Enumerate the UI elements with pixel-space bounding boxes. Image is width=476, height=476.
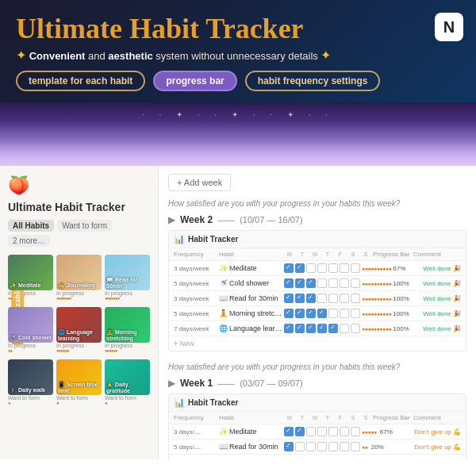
checkbox[interactable] xyxy=(351,278,360,288)
checkbox[interactable] xyxy=(306,294,316,303)
checkbox[interactable] xyxy=(284,324,294,333)
week-2-col-headers: Frequency Habit M T W T F S S Progress B… xyxy=(169,248,466,261)
checkbox[interactable] xyxy=(351,263,360,273)
list-item[interactable]: ✍ Journaling In progress●●●●●●● xyxy=(56,255,102,304)
add-habit-row-week2[interactable]: + New xyxy=(169,336,466,351)
checkbox[interactable] xyxy=(340,294,349,303)
week-2-expand-icon[interactable]: ▶ xyxy=(168,214,175,225)
table-row: 5 days/week 🚿Cold shower ●●●●●●●●●●100% … xyxy=(169,276,466,291)
checkbox[interactable] xyxy=(340,263,349,273)
checkbox[interactable] xyxy=(306,309,316,318)
tag-template: template for each habit xyxy=(16,71,145,91)
checkbox[interactable] xyxy=(317,427,327,436)
checkbox[interactable] xyxy=(284,278,294,288)
checkbox[interactable] xyxy=(317,294,327,303)
checkbox[interactable] xyxy=(351,294,360,303)
week-1-header: ▶ Week 1 —— (03/07 — 09/07) xyxy=(168,378,466,389)
add-week-button[interactable]: + Add week xyxy=(168,174,231,191)
right-panel: + Add week How satisfied are you with yo… xyxy=(159,166,476,459)
checkbox[interactable] xyxy=(284,427,294,436)
hero-overlay xyxy=(0,142,476,166)
hero-stars-decoration: · · ✦ · · ✦ · · ✦ · · xyxy=(142,110,334,119)
tracker-title-w1: Habit Tracker xyxy=(188,398,238,407)
list-item[interactable]: 🚶 Daily walk Want to form● xyxy=(8,359,53,409)
list-item[interactable]: 🚿 Cold shower In progress●● xyxy=(8,307,53,356)
checkbox[interactable] xyxy=(351,442,360,451)
checkbox[interactable] xyxy=(328,309,338,318)
sidebar: Customizable 🍑 Ultimate Habit Tracker Al… xyxy=(0,166,159,459)
banner: Ultimate Habit Tracker ✦ Convenient and … xyxy=(0,0,476,102)
star-right-icon: ✦ xyxy=(321,48,331,62)
table-row: 5 days/week 🧘Morning stretching ●●●●●●●●… xyxy=(169,306,466,321)
checkbox[interactable] xyxy=(328,324,338,333)
checkbox[interactable] xyxy=(295,263,305,273)
subtitle-convenient: Convenient xyxy=(29,50,86,62)
subtitle-aesthetic: aesthetic xyxy=(108,50,152,62)
satisfaction-question-week1: How satisfied are you with your progress… xyxy=(168,363,466,371)
checkbox[interactable] xyxy=(284,309,294,318)
checkbox[interactable] xyxy=(328,278,338,288)
checkbox[interactable] xyxy=(340,442,349,451)
checkbox[interactable] xyxy=(317,309,327,318)
checkbox[interactable] xyxy=(284,263,294,273)
checkbox[interactable] xyxy=(295,427,305,436)
table-row: 7 days/week 🌐Language learning ●●●●●●●●●… xyxy=(169,321,466,336)
tracker-title: Habit Tracker xyxy=(188,235,238,244)
feature-tags: template for each habit progress bar hab… xyxy=(16,71,460,91)
list-item[interactable]: 🌐 Language learning In progress●●●●●● xyxy=(56,307,102,356)
checkbox[interactable] xyxy=(328,427,338,436)
sidebar-tab-more[interactable]: 2 more… xyxy=(8,235,50,247)
checkbox[interactable] xyxy=(317,442,327,451)
checkbox[interactable] xyxy=(284,294,294,303)
week-2-date: (10/07 — 16/07) xyxy=(240,215,303,225)
list-item[interactable]: 📖 Read for 30min In progress●●●●●●● xyxy=(105,255,150,304)
table-row: 3 days/week ✨Meditate ●●●●●●●●●●67% Well… xyxy=(169,261,466,276)
checkbox[interactable] xyxy=(306,324,316,333)
table-row: 5 days/... 📖Read for 30min ●● 20% Don't … xyxy=(169,440,466,455)
star-left-icon: ✦ xyxy=(16,48,26,62)
checkbox[interactable] xyxy=(340,278,349,288)
checkbox[interactable] xyxy=(295,324,305,333)
tracker-icon: 📊 xyxy=(174,234,185,244)
checkbox[interactable] xyxy=(351,309,360,318)
notion-icon: N xyxy=(435,13,463,41)
checkbox[interactable] xyxy=(295,442,305,451)
checkbox[interactable] xyxy=(328,263,338,273)
habit-grid: ✨ Meditate In progress●●● ✍ Journaling I… xyxy=(8,255,150,409)
sidebar-tab-want-to-form[interactable]: Want to form xyxy=(57,220,112,232)
checkbox[interactable] xyxy=(340,427,349,436)
checkbox[interactable] xyxy=(328,294,338,303)
sidebar-tab-all-habits[interactable]: All Habits xyxy=(8,220,54,232)
week-1-col-headers: Frequency Habit M T W T F S S Progress B… xyxy=(169,412,466,424)
checkbox[interactable] xyxy=(328,442,338,451)
checkbox[interactable] xyxy=(295,309,305,318)
checkbox[interactable] xyxy=(284,442,294,451)
satisfaction-question-week2: How satisfied are you with your progress… xyxy=(168,199,466,208)
table-row: 3 days/... ✨Meditate ●●●●● 67% Don't giv… xyxy=(169,424,466,440)
list-item[interactable]: 🧘 Morning stretching In progress●●●●●● xyxy=(105,307,150,356)
checkbox[interactable] xyxy=(340,309,349,318)
checkbox[interactable] xyxy=(340,324,349,333)
week-1-expand-icon[interactable]: ▶ xyxy=(168,378,175,389)
hero-image: · · ✦ · · ✦ · · ✦ · · xyxy=(0,102,476,166)
list-item[interactable]: 🙏 Daily gratitude Want to form● xyxy=(105,359,150,409)
add-habit-row-week1[interactable]: + New xyxy=(169,455,466,459)
app-title: Ultimate Habit Tracker xyxy=(16,14,460,43)
checkbox[interactable] xyxy=(295,278,305,288)
list-item[interactable]: 📱 Screen time limit Want to form● xyxy=(56,359,102,409)
sidebar-tabs: All Habits Want to form 2 more… xyxy=(8,220,150,247)
checkbox[interactable] xyxy=(306,278,316,288)
checkbox[interactable] xyxy=(351,427,360,436)
peach-icon: 🍑 xyxy=(8,175,150,196)
checkbox[interactable] xyxy=(306,427,316,436)
checkbox[interactable] xyxy=(317,324,327,333)
checkbox[interactable] xyxy=(295,294,305,303)
checkbox[interactable] xyxy=(351,324,360,333)
checkbox[interactable] xyxy=(306,442,316,451)
week-1-section: How satisfied are you with your progress… xyxy=(168,363,466,459)
checkbox[interactable] xyxy=(317,278,327,288)
checkbox[interactable] xyxy=(306,263,316,273)
week-1-title: Week 1 xyxy=(180,378,213,389)
checkbox[interactable] xyxy=(317,263,327,273)
week-1-table-header: 📊 Habit Tracker xyxy=(169,394,466,412)
